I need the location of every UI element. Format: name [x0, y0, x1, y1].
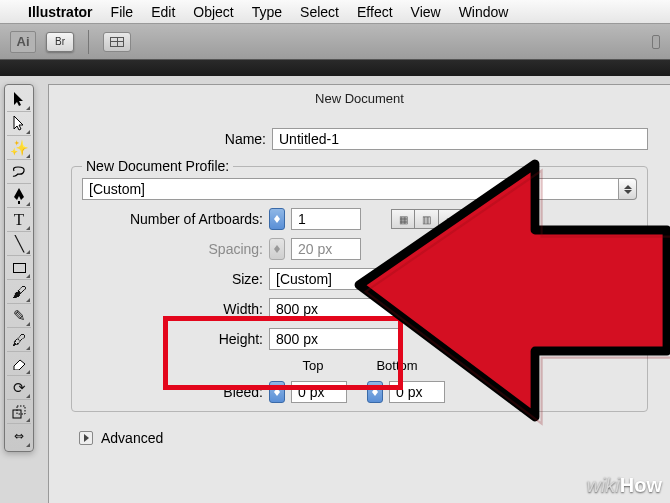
width-tool[interactable]: ⇔ — [7, 424, 31, 448]
appbar-flyout-icon[interactable] — [652, 35, 660, 49]
illustrator-logo-icon: Ai — [10, 31, 36, 53]
menubar-effect[interactable]: Effect — [357, 4, 393, 20]
name-label: Name: — [71, 131, 266, 147]
units-select-arrows-icon[interactable] — [619, 298, 637, 320]
bleed-top-stepper[interactable] — [269, 381, 285, 403]
name-input[interactable] — [272, 128, 648, 150]
profile-select[interactable]: [Custom] — [82, 178, 619, 200]
lasso-tool[interactable] — [7, 160, 31, 184]
height-label: Height: — [82, 331, 263, 347]
spacing-stepper — [269, 238, 285, 260]
advanced-label: Advanced — [101, 430, 163, 446]
dialog-title: New Document — [49, 85, 670, 114]
bleed-top-header: Top — [283, 358, 343, 373]
layout-direction-button[interactable]: → — [511, 209, 537, 229]
bleed-headers: Top Bottom — [283, 358, 637, 373]
menubar-object[interactable]: Object — [193, 4, 233, 20]
tools-panel: ✨ T ╲ 🖌 ✎ 🖊 ⟳ ⇔ — [4, 84, 34, 452]
bleed-bottom-header: Bottom — [367, 358, 427, 373]
height-input[interactable] — [269, 328, 399, 350]
separator — [88, 30, 89, 54]
profile-fieldset: New Document Profile: [Custom] Number of… — [71, 158, 648, 412]
mac-menubar: Illustrator File Edit Object Type Select… — [0, 0, 670, 24]
menubar-file[interactable]: File — [111, 4, 134, 20]
artboards-input[interactable] — [291, 208, 361, 230]
menubar-app[interactable]: Illustrator — [28, 4, 93, 20]
menubar-view[interactable]: View — [411, 4, 441, 20]
artboards-label: Number of Artboards: — [82, 211, 263, 227]
size-select-arrows-icon[interactable] — [619, 268, 637, 290]
bleed-top-input[interactable] — [291, 381, 347, 403]
type-tool[interactable]: T — [7, 208, 31, 232]
artboards-stepper[interactable] — [269, 208, 285, 230]
orientation-portrait-button[interactable]: ▯ — [615, 328, 637, 350]
menubar-select[interactable]: Select — [300, 4, 339, 20]
document-tab-rail — [0, 60, 670, 76]
arrange-documents-button[interactable] — [103, 32, 131, 52]
pen-tool[interactable] — [7, 184, 31, 208]
new-document-dialog: New Document Name: New Document Profile:… — [48, 84, 670, 503]
scale-tool[interactable] — [7, 400, 31, 424]
columns-stepper — [483, 238, 499, 260]
paintbrush-tool[interactable]: 🖌 — [7, 280, 31, 304]
menubar-type[interactable]: Type — [252, 4, 282, 20]
bleed-bottom-stepper[interactable] — [367, 381, 383, 403]
menubar-window[interactable]: Window — [459, 4, 509, 20]
grid-by-column-button[interactable]: ▥ — [415, 209, 439, 229]
direct-selection-tool[interactable] — [7, 112, 31, 136]
arrange-column-button[interactable]: ▯ — [463, 209, 487, 229]
advanced-disclosure-icon[interactable] — [79, 431, 93, 445]
blob-brush-tool[interactable]: 🖊 — [7, 328, 31, 352]
width-label: Width: — [82, 301, 263, 317]
columns-label: Columns: — [367, 241, 477, 257]
selection-tool[interactable] — [7, 88, 31, 112]
advanced-section[interactable]: Advanced — [79, 430, 648, 446]
bridge-button[interactable]: Br — [46, 32, 74, 52]
rotate-tool[interactable]: ⟳ — [7, 376, 31, 400]
magic-wand-tool[interactable]: ✨ — [7, 136, 31, 160]
bleed-bottom-input[interactable] — [389, 381, 445, 403]
profile-label: New Document Profile: — [82, 158, 233, 174]
bleed-label: Bleed: — [82, 384, 263, 400]
size-label: Size: — [82, 271, 263, 287]
spacing-label: Spacing: — [82, 241, 263, 257]
spacing-input — [291, 238, 361, 260]
watermark: wikiHow — [586, 474, 662, 497]
app-bar: Ai Br — [0, 24, 670, 60]
menubar-edit[interactable]: Edit — [151, 4, 175, 20]
profile-select-arrows-icon[interactable] — [619, 178, 637, 200]
artboard-arrangement-group: ▦ ▥ ▭ ▯ — [391, 209, 487, 229]
width-input[interactable] — [269, 298, 399, 320]
eraser-tool[interactable] — [7, 352, 31, 376]
grid-by-row-button[interactable]: ▦ — [391, 209, 415, 229]
arrange-row-button[interactable]: ▭ — [439, 209, 463, 229]
rectangle-tool[interactable] — [7, 256, 31, 280]
columns-input — [505, 238, 559, 260]
line-tool[interactable]: ╲ — [7, 232, 31, 256]
pencil-tool[interactable]: ✎ — [7, 304, 31, 328]
size-select[interactable]: [Custom] — [269, 268, 619, 290]
